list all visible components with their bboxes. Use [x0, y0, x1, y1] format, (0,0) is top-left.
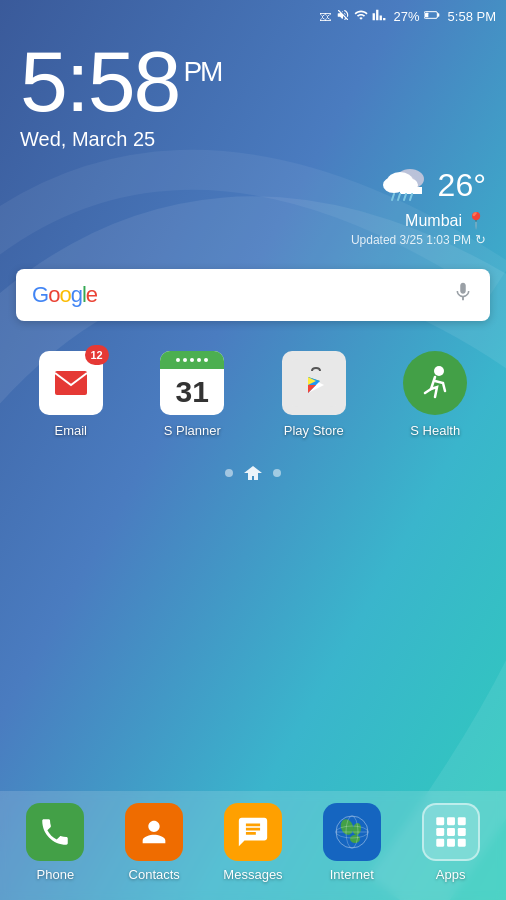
internet-label: Internet	[330, 867, 374, 882]
mic-icon[interactable]	[452, 281, 474, 309]
weather-updated: Updated 3/25 1:03 PM ↻	[351, 232, 486, 247]
svg-rect-3	[425, 13, 428, 18]
shealth-icon[interactable]	[403, 351, 467, 415]
weather-city: Mumbai 📍	[405, 211, 486, 230]
page-indicators	[0, 466, 506, 480]
playstore-label: Play Store	[284, 423, 344, 438]
svg-rect-28	[447, 817, 455, 825]
splanner-icon[interactable]: 31	[160, 351, 224, 415]
dock: Phone Contacts Messages	[0, 791, 506, 900]
svg-rect-33	[436, 839, 444, 847]
svg-rect-30	[436, 828, 444, 836]
messages-label: Messages	[223, 867, 282, 882]
email-badge: 12	[85, 345, 109, 365]
svg-line-10	[392, 194, 394, 200]
bluetooth-icon: ⯴	[319, 10, 332, 23]
svg-rect-34	[447, 839, 455, 847]
app-item-splanner[interactable]: 31 S Planner	[147, 351, 237, 438]
app-item-playstore[interactable]: Play Store	[269, 351, 359, 438]
svg-rect-31	[447, 828, 455, 836]
page-dot-right	[273, 469, 281, 477]
mute-icon	[336, 8, 350, 24]
playstore-icon[interactable]	[282, 351, 346, 415]
splanner-number: 31	[176, 375, 209, 409]
status-time: 5:58 PM	[448, 9, 496, 24]
signal-icon	[372, 8, 386, 24]
svg-rect-32	[457, 828, 465, 836]
apps-icon[interactable]	[422, 803, 480, 861]
svg-line-11	[398, 194, 400, 200]
dock-item-messages[interactable]: Messages	[213, 803, 293, 882]
clock-area: 5:58PM Wed, March 25	[0, 28, 506, 151]
svg-point-23	[350, 835, 360, 843]
email-label: Email	[54, 423, 87, 438]
shealth-label: S Health	[410, 423, 460, 438]
svg-rect-35	[457, 839, 465, 847]
svg-rect-9	[400, 187, 422, 194]
app-row: 12 Email 31 S Planne	[0, 321, 506, 438]
dock-item-apps[interactable]: Apps	[411, 803, 491, 882]
search-bar[interactable]: Google	[16, 269, 490, 321]
email-icon-wrap[interactable]: 12	[39, 351, 103, 415]
svg-rect-27	[436, 817, 444, 825]
dock-item-phone[interactable]: Phone	[15, 803, 95, 882]
status-bar: ⯴ 27% 5:58 PM	[0, 0, 506, 28]
phone-label: Phone	[37, 867, 75, 882]
svg-line-12	[404, 194, 406, 200]
apps-label: Apps	[436, 867, 466, 882]
playstore-icon-wrap[interactable]	[282, 351, 346, 415]
shealth-icon-wrap[interactable]	[403, 351, 467, 415]
location-icon: 📍	[466, 211, 486, 230]
app-item-email[interactable]: 12 Email	[26, 351, 116, 438]
status-icons: ⯴ 27% 5:58 PM	[319, 8, 496, 24]
clock-time: 5:58PM	[20, 38, 486, 124]
clock-date: Wed, March 25	[20, 128, 486, 151]
svg-rect-2	[437, 13, 439, 16]
contacts-icon[interactable]	[125, 803, 183, 861]
dock-item-contacts[interactable]: Contacts	[114, 803, 194, 882]
battery-percent: 27%	[394, 9, 420, 24]
svg-line-13	[410, 194, 412, 200]
weather-row: 26°	[380, 161, 486, 209]
splanner-icon-wrap[interactable]: 31	[160, 351, 224, 415]
refresh-icon: ↻	[475, 232, 486, 247]
contacts-label: Contacts	[129, 867, 180, 882]
weather-area: 26° Mumbai 📍 Updated 3/25 1:03 PM ↻	[0, 151, 506, 247]
internet-icon[interactable]	[323, 803, 381, 861]
google-logo: Google	[32, 282, 452, 308]
app-item-shealth[interactable]: S Health	[390, 351, 480, 438]
wifi-icon	[354, 8, 368, 24]
phone-icon[interactable]	[26, 803, 84, 861]
weather-icon	[380, 161, 430, 209]
page-dot-left	[225, 469, 233, 477]
messages-icon[interactable]	[224, 803, 282, 861]
splanner-label: S Planner	[164, 423, 221, 438]
weather-temp: 26°	[438, 167, 486, 204]
battery-icon	[424, 8, 440, 24]
svg-rect-15	[55, 371, 87, 395]
svg-point-18	[434, 366, 444, 376]
page-home-indicator	[243, 466, 263, 480]
dock-item-internet[interactable]: Internet	[312, 803, 392, 882]
svg-rect-29	[457, 817, 465, 825]
